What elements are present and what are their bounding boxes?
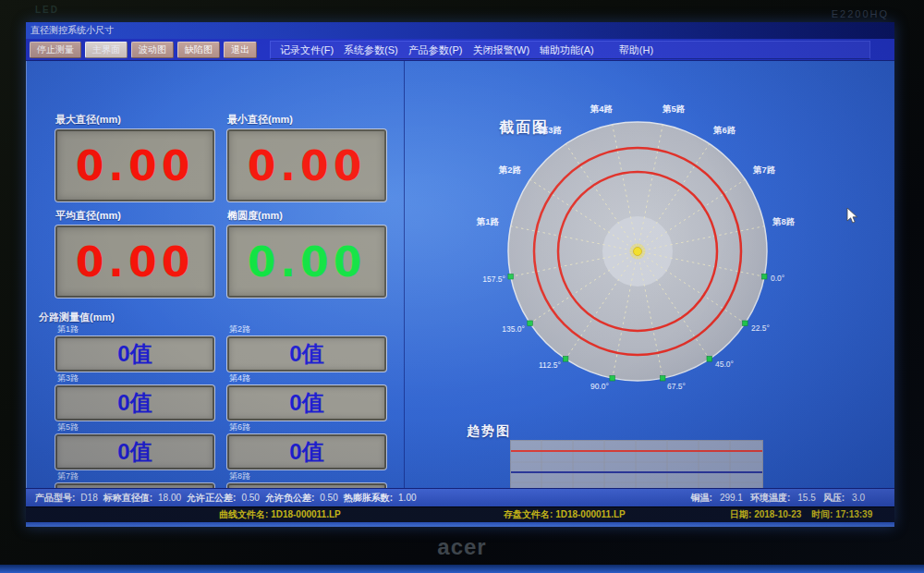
spoke-label-8: 第8路: [772, 216, 796, 226]
menu-system-params[interactable]: 系统参数(S): [344, 43, 398, 57]
exit-button[interactable]: 退出: [224, 42, 257, 58]
avg-diameter-value: 0.00: [76, 238, 195, 286]
mouse-cursor: [846, 207, 859, 226]
menu-product-params[interactable]: 产品参数(P): [408, 43, 463, 57]
spoke-label-4: 第4路: [590, 104, 614, 114]
spoke-label-6: 第6路: [712, 125, 736, 135]
min-diameter-label: 最小直径(mm): [227, 113, 386, 127]
monitor-bezel: LED E2200HQ 直径测控系统小尺寸 停止测量 主界面 波动图 缺陷图 退…: [0, 0, 924, 573]
menu-record-file[interactable]: 记录文件(F): [280, 43, 334, 57]
max-diameter-display: 0.00: [55, 129, 214, 201]
channel-group-label: 分路测量值(mm): [39, 311, 115, 324]
wave-chart-button[interactable]: 波动图: [131, 42, 174, 58]
angle-label-67: 67.5°: [667, 382, 686, 391]
channel-2-display: 0值: [227, 336, 386, 372]
save-file-group: 存盘文件名: 1D18-000011.LP: [504, 507, 626, 522]
product-status-group: 产品型号: D18 标称直径值: 18.00 允许正公差: 0.50 允许负公差…: [26, 489, 417, 506]
min-diameter-value: 0.00: [248, 142, 367, 189]
bezel-led-badge: LED: [35, 5, 59, 15]
air-pressure-label: 风压:: [823, 489, 845, 506]
screen-bottom-glow: [26, 522, 894, 527]
angle-label-157: 157.5°: [482, 274, 505, 284]
channel-2-label: 第2路: [229, 323, 386, 335]
file-status-bar: 曲线文件名: 1D18-000011.LP 存盘文件名: 1D18-000011…: [26, 506, 894, 522]
menu-close-alarm[interactable]: 关闭报警(W): [472, 43, 529, 57]
menubar: 记录文件(F) 系统参数(S) 产品参数(P) 关闭报警(W) 辅助功能(A) …: [270, 41, 870, 59]
menu-aux-functions[interactable]: 辅助功能(A): [540, 43, 594, 57]
channel-7-label: 第7路: [57, 470, 214, 482]
avg-diameter-label: 平均直径(mm): [55, 209, 214, 223]
angle-label-0: 0.0°: [771, 274, 784, 283]
main-view-button[interactable]: 主界面: [85, 42, 128, 58]
thermal-coeff-label: 热膨胀系数:: [344, 489, 393, 506]
curve-file-label: 曲线文件名:: [219, 509, 268, 519]
spoke-label-1: 第1路: [476, 216, 500, 226]
max-diameter-value: 0.00: [76, 142, 195, 189]
window-title: 直径测控系统小尺寸: [30, 25, 114, 35]
save-file-value: 1D18-000011.LP: [555, 509, 626, 519]
spoke-label-7: 第7路: [752, 165, 776, 175]
angle-label-90: 90.0°: [590, 382, 609, 391]
environment-status-group: 铜温: 299.1 环境温度: 15.5 风压: 3.0: [691, 489, 894, 506]
measurement-panel: 最大直径(mm) 0.00 最小直径(mm) 0.00 平均直径(mm) 0.0…: [26, 61, 405, 488]
channel-2-value: 0值: [289, 339, 323, 369]
pos-tolerance-label: 允许正公差:: [187, 489, 236, 506]
channel-3-value: 0值: [117, 388, 152, 418]
angle-label-22: 22.5°: [751, 323, 770, 333]
bezel-bottom-strip: [0, 565, 924, 573]
stop-measure-button[interactable]: 停止测量: [30, 42, 81, 58]
spoke-label-5: 第5路: [662, 104, 686, 114]
defect-chart-button[interactable]: 缺陷图: [177, 42, 220, 58]
pos-tolerance-value: 0.50: [241, 489, 259, 506]
product-model-label: 产品型号:: [35, 489, 75, 506]
main-area: 最大直径(mm) 0.00 最小直径(mm) 0.00 平均直径(mm) 0.0…: [26, 61, 894, 488]
angle-label-112: 112.5°: [539, 360, 561, 370]
channel-5-display: 0值: [55, 434, 214, 469]
nominal-diameter-value: 18.00: [158, 489, 181, 506]
channel-3-display: 0值: [55, 385, 214, 421]
copper-temp-label: 铜温:: [691, 489, 712, 506]
time-label: 时间:: [811, 509, 833, 519]
curve-file-group: 曲线文件名: 1D18-000011.LP: [219, 507, 341, 522]
channel-6-label: 第6路: [229, 421, 386, 433]
channel-4-value: 0值: [289, 388, 323, 418]
trend-chart-title: 趋势图: [467, 423, 511, 440]
channel-6-value: 0值: [289, 437, 323, 467]
channel-8-label: 第8路: [229, 470, 386, 482]
date-value: 2018-10-23: [754, 509, 801, 519]
cross-section-chart: 第1路 第2路 第3路 第4路 第5路 第6路 第7路 第8路 0.0° 22.…: [471, 101, 804, 411]
bezel-model-label: E2200HQ: [832, 8, 889, 19]
copper-temp-value: 299.1: [720, 489, 743, 506]
curve-file-value: 1D18-000011.LP: [271, 509, 341, 519]
ovality-display: 0.00: [227, 226, 386, 298]
channel-1-label: 第1路: [57, 323, 214, 335]
ambient-temp-value: 15.5: [797, 489, 815, 506]
channel-1-value: 0值: [117, 339, 152, 369]
ovality-value: 0.00: [248, 238, 367, 286]
acer-logo: acer: [0, 534, 924, 560]
status-bar: 产品型号: D18 标称直径值: 18.00 允许正公差: 0.50 允许负公差…: [26, 488, 894, 506]
channel-3-label: 第3路: [57, 372, 214, 384]
neg-tolerance-value: 0.50: [320, 489, 337, 506]
channel-5-label: 第5路: [57, 421, 214, 433]
angle-label-45: 45.0°: [715, 360, 734, 369]
window-titlebar: 直径测控系统小尺寸: [26, 22, 894, 39]
channel-6-display: 0值: [227, 434, 386, 469]
angle-label-135: 135.0°: [502, 324, 525, 334]
toolbar-row: 停止测量 主界面 波动图 缺陷图 退出 记录文件(F) 系统参数(S) 产品参数…: [26, 39, 894, 61]
channel-4-label: 第4路: [229, 372, 386, 384]
channel-1-display: 0值: [55, 336, 214, 372]
channel-4-display: 0值: [227, 385, 386, 421]
avg-diameter-display: 0.00: [55, 226, 214, 298]
thermal-coeff-value: 1.00: [398, 489, 416, 506]
ovality-label: 椭圆度(mm): [227, 209, 386, 223]
screen: 直径测控系统小尺寸 停止测量 主界面 波动图 缺陷图 退出 记录文件(F) 系统…: [26, 22, 894, 527]
save-file-label: 存盘文件名:: [504, 509, 553, 519]
max-diameter-label: 最大直径(mm): [55, 113, 214, 127]
min-diameter-display: 0.00: [227, 129, 386, 201]
toolbar: 停止测量 主界面 波动图 缺陷图 退出: [30, 42, 257, 58]
channel-5-value: 0值: [117, 437, 152, 467]
menu-help[interactable]: 帮助(H): [619, 43, 653, 57]
center-dot: [634, 248, 642, 256]
product-model-value: D18: [80, 489, 97, 506]
